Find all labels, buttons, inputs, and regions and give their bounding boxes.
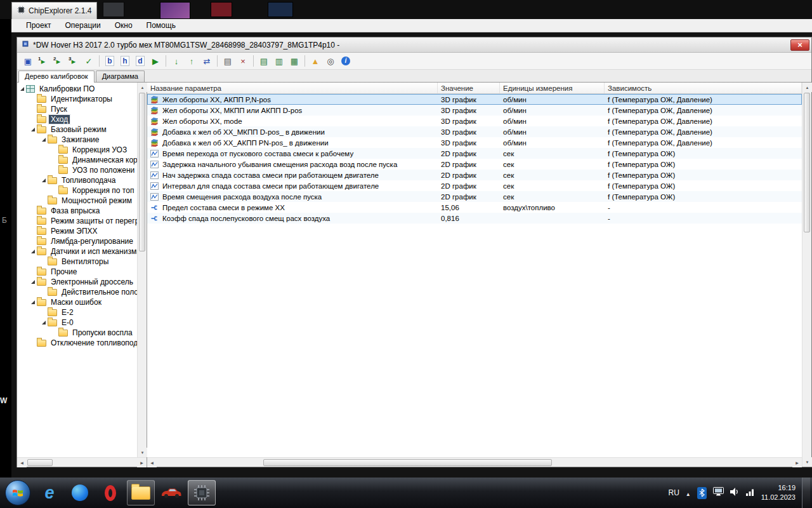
expanded-arrow-icon[interactable]: [29, 126, 37, 133]
verify-icon[interactable]: ✓: [81, 54, 96, 69]
start-button[interactable]: [5, 480, 30, 505]
background-window-fragment[interactable]: [268, 2, 293, 17]
tree-item[interactable]: Прочие: [17, 267, 137, 277]
map-window-icon[interactable]: ▤: [256, 54, 272, 69]
menu-operations[interactable]: Операции: [58, 20, 108, 31]
expanded-arrow-icon[interactable]: [40, 319, 48, 326]
compare-icon[interactable]: ⇄: [199, 54, 214, 69]
network-icon[interactable]: [746, 487, 755, 498]
save-icon[interactable]: ▣: [20, 54, 36, 69]
export-icon[interactable]: ↑: [184, 54, 199, 69]
copy-icon[interactable]: ▤: [220, 54, 235, 69]
tree-item[interactable]: Датчики и исп механизмы: [17, 246, 137, 257]
table-row[interactable]: Добавка к жел об ХХ_АКПП PN-pos_ в движе…: [147, 137, 802, 148]
tree-item[interactable]: Маски ошибок: [17, 297, 137, 307]
scrollbar-track[interactable]: [802, 233, 811, 457]
tab-calibration-tree[interactable]: Дерево калибровок: [18, 70, 95, 83]
search-icon[interactable]: ◎: [323, 54, 338, 69]
table-row[interactable]: Жел обороты ХХ, mode3D графикоб/минf (Те…: [147, 116, 802, 126]
tree-item[interactable]: Зажигание: [17, 135, 137, 145]
table-row[interactable]: Жел обороты ХХ, АКПП P,N-pos3D графикоб/…: [147, 94, 802, 105]
tree-item[interactable]: Действительное полож: [17, 287, 137, 297]
read-2-icon[interactable]: 2▸: [51, 54, 66, 69]
tree-vertical-scrollbar[interactable]: [137, 83, 147, 457]
bin-file-icon[interactable]: b: [102, 54, 117, 69]
table-row[interactable]: Коэфф спада послепускового смещ расх воз…: [147, 213, 802, 224]
tree-item[interactable]: Электронный дроссель: [17, 277, 137, 287]
tile-windows-icon[interactable]: ▦: [287, 54, 302, 69]
write-icon[interactable]: ▶: [148, 54, 163, 69]
column-header-dependency[interactable]: Зависимость: [605, 83, 802, 93]
taskbar-edge-button[interactable]: [66, 480, 94, 505]
tree-item[interactable]: Режим ЭПХХ: [17, 226, 137, 236]
tree-item[interactable]: Базовый режим: [17, 124, 137, 135]
tree-item[interactable]: Калибровки ПО: [17, 84, 137, 94]
expanded-arrow-icon[interactable]: [40, 136, 48, 144]
scrollbar-thumb[interactable]: [139, 93, 145, 251]
window-title-bar[interactable]: *DW Hover H3 2017 2.0 турбо мех MT80MG1T…: [17, 37, 811, 53]
clock[interactable]: 16:19 11.02.2023: [761, 483, 796, 502]
tab-diagram[interactable]: Диаграмма: [96, 70, 145, 82]
tree-item[interactable]: Коррекция по топ: [17, 185, 137, 196]
taskbar-opera-button[interactable]: [96, 480, 124, 505]
scrollbar-track[interactable]: [138, 252, 147, 448]
table-row[interactable]: Интервал для спада состава смеси при раб…: [147, 180, 802, 191]
menu-project[interactable]: Проект: [19, 20, 58, 31]
tree-item[interactable]: Лямбда-регулирование: [17, 236, 137, 246]
background-window-fragment[interactable]: [160, 2, 190, 19]
tree-item[interactable]: УОЗ по положени: [17, 165, 137, 175]
tree-item[interactable]: Фаза впрыска: [17, 206, 137, 216]
background-window-fragment[interactable]: [103, 2, 124, 17]
table-row[interactable]: Добавка к жел об ХХ_МКПП D-pos_ в движен…: [147, 126, 802, 137]
column-header-value[interactable]: Значение: [438, 83, 500, 93]
scroll-down-icon[interactable]: [802, 457, 812, 467]
expanded-arrow-icon[interactable]: [18, 85, 26, 93]
tree-item[interactable]: Топливоподача: [17, 175, 137, 185]
menu-help[interactable]: Помощь: [140, 20, 183, 31]
info-icon[interactable]: i: [338, 54, 353, 69]
table-vertical-scrollbar[interactable]: [802, 83, 811, 467]
table-row[interactable]: Время перехода от пускового состава смес…: [147, 148, 802, 159]
tree-item[interactable]: Режим защиты от перегр: [17, 216, 137, 226]
display-icon[interactable]: [713, 487, 724, 498]
tree-item[interactable]: Отключение топливопод: [17, 338, 137, 348]
scroll-left-icon[interactable]: [147, 458, 157, 467]
table-row[interactable]: Время смещения расхода воздуха после пус…: [147, 191, 802, 202]
bluetooth-icon[interactable]: [697, 487, 707, 499]
scroll-left-icon[interactable]: [17, 458, 27, 467]
tree-item[interactable]: Пуск: [17, 104, 137, 114]
table-row[interactable]: Жел обороты ХХ, МКПП или АКПП D-pos3D гр…: [147, 105, 802, 116]
scrollbar-thumb[interactable]: [804, 93, 810, 232]
expanded-arrow-icon[interactable]: [29, 248, 37, 255]
scroll-up-icon[interactable]: [138, 83, 147, 92]
tree-item[interactable]: E-2: [17, 307, 137, 318]
dtp-file-icon[interactable]: d: [133, 54, 148, 69]
import-icon[interactable]: ↓: [169, 54, 184, 69]
show-desktop-button[interactable]: [802, 478, 810, 508]
read-3-icon[interactable]: 3▸: [66, 54, 81, 69]
tree-item[interactable]: Коррекция УОЗ: [17, 145, 137, 155]
tree-item[interactable]: Хход: [17, 114, 137, 124]
taskbar-chipexplorer-button[interactable]: [188, 480, 216, 505]
cut-icon[interactable]: ×: [235, 54, 251, 69]
app-window-title-tab[interactable]: ChipExplorer 2.1.4: [11, 2, 97, 19]
tree-item[interactable]: Динамическая кор: [17, 155, 137, 165]
close-button[interactable]: [790, 39, 809, 51]
table-horizontal-scrollbar[interactable]: [147, 457, 802, 467]
taskbar-explorer-button[interactable]: [127, 480, 155, 505]
scroll-up-icon[interactable]: [802, 83, 812, 92]
scroll-down-icon[interactable]: [138, 448, 147, 457]
column-header-name[interactable]: Название параметра: [147, 83, 438, 93]
table-row[interactable]: Предел состава смеси в режиме ХХ15,06воз…: [147, 202, 802, 213]
chevron-up-icon[interactable]: [686, 487, 691, 498]
expanded-arrow-icon[interactable]: [29, 298, 37, 306]
volume-icon[interactable]: [730, 487, 740, 498]
tree-item[interactable]: Идентификаторы: [17, 94, 137, 104]
chart-icon[interactable]: ▲: [308, 54, 323, 69]
language-indicator[interactable]: RU: [668, 488, 679, 497]
tree-item[interactable]: Вентиляторы: [17, 257, 137, 267]
expanded-arrow-icon[interactable]: [40, 177, 48, 184]
taskbar-car-app-button[interactable]: [157, 480, 185, 505]
column-header-units[interactable]: Единицы измерения: [500, 83, 605, 93]
tree-item[interactable]: E-0: [17, 318, 137, 328]
